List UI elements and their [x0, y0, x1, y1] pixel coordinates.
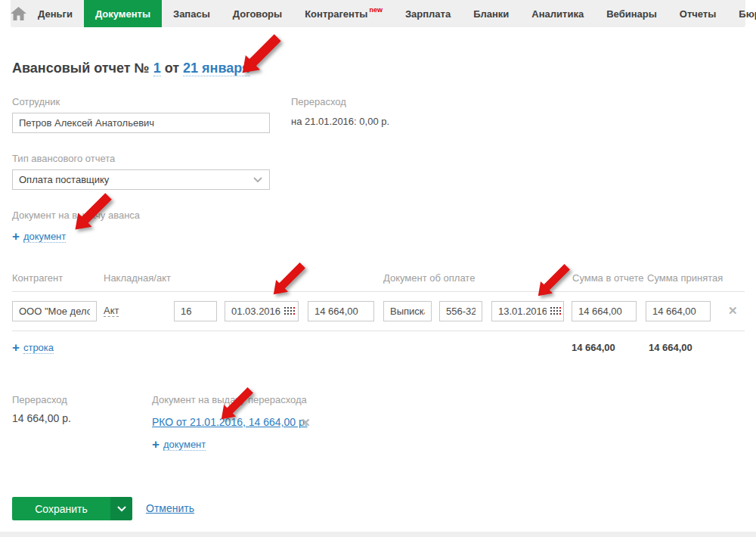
overspend-info-label: Перерасход	[291, 96, 346, 107]
plus-icon: +	[152, 437, 160, 452]
nav-tab-counterparties[interactable]: Контрагентыnew	[293, 0, 394, 27]
annotation-arrow-doc-date	[270, 262, 306, 298]
nav-tab-label: Контрагенты	[305, 8, 367, 20]
nav-tab-webinars[interactable]: Вебинары	[595, 0, 668, 27]
table-header-divider	[12, 291, 745, 292]
cancel-link[interactable]: Отменить	[146, 502, 194, 514]
plus-icon: +	[12, 229, 20, 244]
overspend-info-value: на 21.01.2016: 0,00 р.	[291, 116, 389, 127]
save-options-dropdown[interactable]	[110, 497, 132, 520]
plus-icon: +	[12, 340, 20, 355]
doc-number-input[interactable]	[174, 301, 217, 321]
col-header-contractor: Контрагент	[12, 272, 63, 284]
annotation-arrow-rko-link	[218, 386, 254, 423]
payment-date-input[interactable]	[491, 301, 564, 321]
advance-report-page: Деньги Документы Запасы Договоры Контраг…	[0, 0, 756, 537]
doc-type-selector[interactable]: Акт	[104, 305, 119, 317]
nav-tab-label: Деньги	[38, 8, 73, 20]
nav-tab-reports[interactable]: Отчеты	[668, 0, 728, 27]
report-type-select[interactable]: Оплата поставщику	[12, 169, 270, 190]
home-button[interactable]	[11, 0, 26, 27]
report-type-value: Оплата поставщику	[19, 174, 109, 185]
annotation-arrow-title-date	[238, 33, 282, 77]
employee-input[interactable]	[12, 113, 270, 133]
nav-tab-forms[interactable]: Бланки	[462, 0, 520, 27]
annotation-arrow-payment-date	[534, 263, 571, 300]
report-type-label: Тип авансового отчета	[12, 153, 115, 164]
save-button[interactable]: Сохранить	[12, 497, 132, 520]
col-header-sum-accepted: Сумма принятая	[647, 272, 723, 284]
nav-tab-label: Вебинары	[606, 8, 657, 20]
nav-tab-bureau[interactable]: Бюро	[727, 0, 756, 27]
nav-tab-label: Бланки	[473, 8, 509, 20]
add-document-label: документ	[163, 439, 206, 451]
add-advance-document-link[interactable]: +документ	[12, 229, 66, 244]
nav-tab-label: Бюро	[739, 8, 756, 20]
employee-label: Сотрудник	[12, 96, 60, 107]
payment-number-input[interactable]	[439, 301, 482, 321]
table-bottom-divider	[12, 331, 745, 331]
nav-tab-contracts[interactable]: Договоры	[222, 0, 293, 27]
nav-tab-label: Отчеты	[680, 8, 717, 20]
add-row-label: строка	[23, 342, 54, 354]
col-header-invoice: Накладная/акт	[104, 272, 171, 284]
add-document-label: документ	[23, 231, 66, 243]
save-button-label: Сохранить	[12, 497, 110, 520]
title-text: от	[161, 61, 183, 76]
payment-type-input[interactable]	[383, 301, 432, 321]
sum-accepted-input[interactable]	[646, 301, 711, 321]
footer-strip	[0, 532, 756, 537]
remove-rko-icon[interactable]: ✕	[301, 416, 311, 430]
new-badge: new	[369, 6, 383, 14]
title-text: Авансовый отчет №	[12, 61, 153, 76]
chevron-down-icon	[117, 506, 126, 512]
nav-tabs: Деньги Документы Запасы Договоры Контраг…	[26, 0, 756, 27]
contractor-input[interactable]	[12, 301, 97, 321]
add-row-link[interactable]: +строка	[12, 340, 54, 355]
page-title: Авансовый отчет № 1 от 21 января	[12, 61, 250, 76]
nav-tab-stock[interactable]: Запасы	[162, 0, 222, 27]
doc-sum-input[interactable]	[308, 301, 374, 321]
nav-tab-label: Договоры	[233, 8, 282, 20]
chevron-down-icon	[253, 177, 262, 183]
report-number-link[interactable]: 1	[153, 61, 161, 76]
nav-tab-label: Аналитика	[531, 8, 584, 20]
nav-tab-documents[interactable]: Документы	[84, 0, 162, 27]
overspend-label: Перерасход	[12, 394, 67, 405]
total-sum-report: 14 664,00	[572, 342, 615, 353]
nav-tab-money[interactable]: Деньги	[26, 0, 84, 27]
nav-tab-label: Запасы	[173, 8, 210, 20]
col-header-payment-doc: Документ об оплате	[383, 272, 475, 284]
nav-tab-label: Зарплата	[405, 8, 451, 20]
home-icon	[11, 7, 26, 20]
sum-report-input[interactable]	[572, 301, 637, 321]
top-navbar: Деньги Документы Запасы Договоры Контраг…	[11, 0, 745, 27]
delete-row-icon[interactable]: ✕	[728, 304, 738, 318]
overspend-value: 14 664,00 р.	[12, 412, 71, 424]
annotation-arrow-add-document	[71, 192, 113, 234]
col-header-sum-report: Сумма в отчете	[572, 272, 644, 284]
add-overspend-document-link[interactable]: +документ	[152, 437, 206, 452]
nav-tab-salary[interactable]: Зарплата	[394, 0, 462, 27]
nav-tab-analytics[interactable]: Аналитика	[520, 0, 595, 27]
nav-tab-label: Документы	[95, 8, 150, 20]
total-sum-accepted: 14 664,00	[649, 342, 692, 353]
doc-date-input[interactable]	[225, 301, 299, 321]
